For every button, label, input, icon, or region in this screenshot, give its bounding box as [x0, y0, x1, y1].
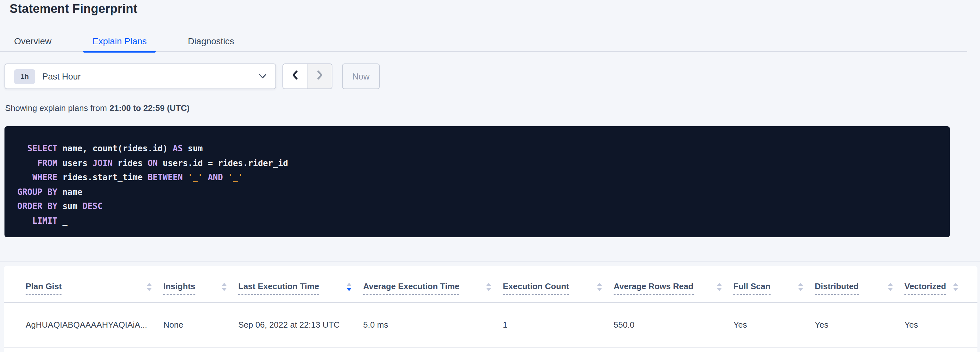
sql-line: SELECT name, count(rides.id) AS sum: [17, 142, 937, 156]
sql-token-identifier: name, count(rides.id): [57, 144, 173, 153]
sql-token-keyword: AND: [208, 173, 223, 182]
sql-token-identifier: _: [57, 216, 67, 226]
column-label: Distributed: [815, 282, 859, 295]
now-button[interactable]: Now: [342, 64, 380, 89]
sort-icon[interactable]: [953, 282, 958, 291]
sort-icon[interactable]: [717, 282, 722, 291]
table-header-row: Plan GistInsightsLast Execution TimeAver…: [4, 266, 977, 302]
column-label: Average Rows Read: [614, 282, 694, 295]
column-label: Last Execution Time: [238, 282, 319, 295]
table-row[interactable]: AgHUAQIABQAAAAHYAQIAiA...NoneSep 06, 202…: [4, 302, 977, 347]
sql-token-identifier: users: [57, 158, 92, 168]
column-header-execution-count[interactable]: Execution Count: [503, 282, 614, 292]
sql-token-identifier: [183, 173, 188, 182]
sort-icon[interactable]: [486, 282, 491, 291]
previous-time-range-button[interactable]: [283, 64, 307, 88]
tab-explain-plans[interactable]: Explain Plans: [84, 31, 156, 51]
sort-icon[interactable]: [597, 282, 602, 291]
column-label: Average Execution Time: [363, 282, 460, 295]
column-label: Execution Count: [503, 282, 569, 295]
sql-token-keyword: SELECT: [27, 144, 57, 153]
column-label: Plan Gist: [25, 282, 62, 295]
sql-token-identifier: sum: [57, 201, 82, 211]
sql-token-identifier: [17, 173, 32, 182]
sql-token-keyword: AS: [173, 144, 183, 153]
sort-icon[interactable]: [888, 282, 893, 291]
sql-line: ORDER BY sum DESC: [17, 199, 937, 214]
sql-token-keyword: ORDER BY: [17, 201, 57, 211]
cell-execution-count: 1: [503, 320, 614, 330]
column-header-last-execution-time[interactable]: Last Execution Time: [238, 282, 363, 292]
chevron-right-icon: [315, 70, 324, 83]
column-header-average-rows-read[interactable]: Average Rows Read: [614, 282, 733, 292]
chevron-left-icon: [291, 70, 299, 83]
sql-token-keyword: JOIN: [92, 158, 113, 168]
column-header-distributed[interactable]: Distributed: [815, 282, 904, 292]
sort-icon[interactable]: [147, 282, 152, 291]
time-range-dropdown[interactable]: 1h Past Hour: [5, 64, 276, 89]
cell-full-scan: Yes: [733, 320, 815, 330]
column-header-insights[interactable]: Insights: [163, 282, 238, 292]
sql-token-identifier: rides: [112, 158, 148, 168]
chevron-down-icon: [259, 74, 266, 79]
table-body: AgHUAQIABQAAAAHYAQIAiA...NoneSep 06, 202…: [4, 302, 977, 347]
cell-average-rows-read: 550.0: [614, 320, 733, 330]
sql-line: GROUP BY name: [17, 185, 937, 199]
sql-line: LIMIT _: [17, 214, 937, 228]
sql-token-keyword: GROUP BY: [17, 187, 57, 197]
time-controls: 1h Past Hour Now: [5, 64, 980, 89]
sql-statement-box: SELECT name, count(rides.id) AS sum FROM…: [5, 126, 950, 237]
section-divider: [0, 261, 980, 262]
explain-plans-table: Plan GistInsightsLast Execution TimeAver…: [4, 266, 977, 352]
statement-fingerprint-page: Statement Fingerprint OverviewExplain Pl…: [0, 0, 980, 352]
time-range-label: Past Hour: [42, 72, 81, 81]
time-nav-button-group: [282, 64, 332, 89]
page-title: Statement Fingerprint: [10, 2, 137, 16]
column-header-average-execution-time[interactable]: Average Execution Time: [363, 282, 503, 292]
sql-token-identifier: users.id = rides.rider_id: [158, 158, 288, 168]
tab-bar: OverviewExplain PlansDiagnostics: [0, 31, 967, 52]
sql-token-keyword: BETWEEN: [148, 173, 183, 182]
sql-token-identifier: [223, 173, 228, 182]
column-header-full-scan[interactable]: Full Scan: [733, 282, 815, 292]
status-line: Showing explain plans from21:00 to 22:59…: [5, 103, 189, 113]
sort-icon[interactable]: [222, 282, 227, 291]
column-label: Insights: [163, 282, 196, 295]
sql-token-identifier: rides.start_time: [57, 173, 148, 182]
next-time-range-button[interactable]: [307, 64, 332, 88]
cell-plan-gist: AgHUAQIABQAAAAHYAQIAiA...: [25, 320, 163, 330]
column-label: Full Scan: [733, 282, 770, 295]
cell-insights: None: [163, 320, 238, 330]
cell-distributed: Yes: [815, 320, 904, 330]
sql-token-identifier: name: [57, 187, 82, 197]
tab-diagnostics[interactable]: Diagnostics: [179, 31, 243, 51]
sort-icon[interactable]: [798, 282, 803, 291]
sql-token-identifier: [17, 144, 27, 153]
column-header-plan-gist[interactable]: Plan Gist: [25, 282, 163, 292]
sql-token-keyword: WHERE: [32, 173, 57, 182]
sql-token-literal: '_': [228, 173, 243, 182]
sql-token-identifier: sum: [183, 144, 203, 153]
sql-token-identifier: [17, 158, 37, 168]
sql-token-literal: '_': [188, 173, 203, 182]
sql-token-keyword: ON: [148, 158, 158, 168]
sql-token-keyword: FROM: [37, 158, 58, 168]
sql-token-keyword: LIMIT: [32, 216, 57, 226]
time-range-badge: 1h: [14, 69, 35, 84]
tab-overview[interactable]: Overview: [5, 31, 60, 51]
column-header-vectorized[interactable]: Vectorized: [904, 282, 970, 292]
status-prefix: Showing explain plans from: [5, 103, 107, 113]
sql-line: FROM users JOIN rides ON users.id = ride…: [17, 156, 937, 171]
sql-statement-code: SELECT name, count(rides.id) AS sum FROM…: [17, 142, 937, 228]
sql-token-identifier: [203, 173, 208, 182]
status-time-range: 21:00 to 22:59 (UTC): [110, 103, 189, 113]
cell-average-execution-time: 5.0 ms: [363, 320, 503, 330]
sql-token-keyword: DESC: [83, 201, 103, 211]
cell-last-execution-time: Sep 06, 2022 at 22:13 UTC: [238, 320, 363, 330]
sql-line: WHERE rides.start_time BETWEEN '_' AND '…: [17, 171, 937, 185]
cell-vectorized: Yes: [904, 320, 970, 330]
sort-icon[interactable]: [347, 282, 352, 291]
sql-token-identifier: [17, 216, 32, 226]
column-label: Vectorized: [904, 282, 946, 295]
